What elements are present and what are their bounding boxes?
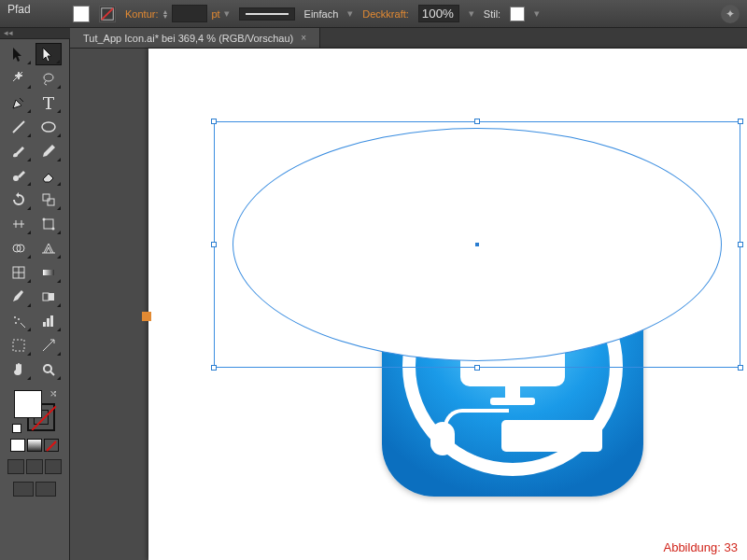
pen-tool[interactable] <box>6 91 32 114</box>
screen-mode-full[interactable] <box>35 482 56 497</box>
svg-point-16 <box>14 316 16 318</box>
shape-builder-tool[interactable] <box>6 237 32 259</box>
svg-rect-14 <box>43 293 49 301</box>
svg-point-8 <box>43 218 46 221</box>
close-tab-icon[interactable]: × <box>301 33 306 43</box>
style-label: Stil: <box>484 8 500 20</box>
selection-tool[interactable] <box>6 43 32 65</box>
svg-point-9 <box>52 228 55 231</box>
draw-behind[interactable] <box>26 459 43 474</box>
eyedropper-tool[interactable] <box>6 286 32 308</box>
default-fill-stroke-icon[interactable] <box>12 424 21 433</box>
handle-middle-left[interactable] <box>211 242 217 247</box>
svg-rect-13 <box>43 270 54 275</box>
draw-inside[interactable] <box>45 459 62 474</box>
tools-panel: ⤭ <box>0 39 70 560</box>
artboard-edge-indicator <box>142 312 151 321</box>
svg-rect-19 <box>43 322 46 327</box>
color-mode-buttons <box>0 437 69 454</box>
swap-fill-stroke-icon[interactable]: ⤭ <box>49 388 57 399</box>
stroke-weight-stepper[interactable]: ▲▼ <box>162 9 168 19</box>
scale-tool[interactable] <box>35 189 62 211</box>
stroke-unit: pt <box>211 8 219 20</box>
tools-panel-grip[interactable]: ◂◂ <box>0 28 70 39</box>
fill-swatch[interactable] <box>73 6 90 22</box>
perspective-grid-tool[interactable] <box>35 237 62 259</box>
svg-line-24 <box>50 371 54 375</box>
free-transform-tool[interactable] <box>35 213 62 235</box>
color-mode-gradient[interactable] <box>27 439 42 452</box>
draw-mode-buttons <box>0 459 69 474</box>
paintbrush-tool[interactable] <box>6 140 32 162</box>
svg-rect-22 <box>13 340 24 351</box>
color-mode-solid[interactable] <box>10 439 25 452</box>
pencil-tool[interactable] <box>35 140 62 162</box>
column-graph-tool[interactable] <box>35 310 62 332</box>
document-tab-title: Tut_App Icon.ai* bei 369,4 % (RGB/Vorsch… <box>83 33 293 44</box>
blob-brush-tool[interactable] <box>6 164 32 187</box>
variable-width-profile[interactable] <box>239 7 295 21</box>
control-bar: Kontur: ▲▼ pt ▾ Einfach ▾ Deckkraft: ▾ S… <box>0 0 747 28</box>
svg-rect-21 <box>50 315 53 327</box>
rotate-tool[interactable] <box>6 189 32 211</box>
svg-rect-20 <box>47 318 49 327</box>
selection-center-point[interactable] <box>475 243 479 246</box>
draw-normal[interactable] <box>7 459 24 474</box>
object-type-label: Pfad <box>7 3 31 16</box>
screen-mode-buttons <box>0 482 69 497</box>
gradient-tool[interactable] <box>35 261 62 284</box>
artwork-mouse <box>430 422 455 455</box>
hand-tool[interactable] <box>6 358 32 381</box>
opacity-label[interactable]: Deckkraft: <box>362 8 409 20</box>
document-tab[interactable]: Tut_App Icon.ai* bei 369,4 % (RGB/Vorsch… <box>70 28 320 48</box>
svg-rect-6 <box>48 199 54 205</box>
profile-label: Einfach <box>304 8 339 20</box>
width-tool[interactable] <box>6 213 32 235</box>
handle-bottom-right[interactable] <box>738 365 743 371</box>
svg-point-4 <box>13 175 19 181</box>
svg-line-2 <box>13 121 24 133</box>
handle-top-right[interactable] <box>738 119 743 124</box>
fill-box[interactable] <box>14 390 42 418</box>
artboard-tool[interactable] <box>6 334 32 357</box>
handle-bottom-left[interactable] <box>211 365 217 371</box>
svg-rect-7 <box>44 219 53 229</box>
canvas-area[interactable]: Abbildung: 33 <box>70 49 747 560</box>
svg-point-3 <box>42 122 55 132</box>
app-frame-icon[interactable]: ✦ <box>721 5 740 23</box>
handle-top-middle[interactable] <box>474 119 480 124</box>
handle-top-left[interactable] <box>211 119 217 124</box>
line-tool[interactable] <box>6 116 32 138</box>
direct-selection-tool[interactable] <box>35 43 62 65</box>
fill-stroke-control[interactable]: ⤭ <box>12 388 57 433</box>
blend-tool[interactable] <box>35 286 62 308</box>
screen-mode-normal[interactable] <box>13 482 34 497</box>
stroke-label[interactable]: Kontur: <box>125 8 158 20</box>
zoom-tool[interactable] <box>35 358 62 381</box>
figure-caption: Abbildung: 33 <box>663 540 738 554</box>
selection-bounding-box[interactable] <box>214 121 740 368</box>
artboard[interactable]: Abbildung: 33 <box>148 49 747 560</box>
artwork-base <box>490 398 535 405</box>
handle-middle-right[interactable] <box>738 242 743 247</box>
graphic-style-swatch[interactable] <box>510 7 525 21</box>
color-mode-none[interactable] <box>44 439 59 452</box>
slice-tool[interactable] <box>35 334 62 357</box>
artwork-keyboard <box>501 420 602 452</box>
mesh-tool[interactable] <box>6 261 32 284</box>
ellipse-tool[interactable] <box>35 116 62 138</box>
opacity-input[interactable] <box>418 5 459 22</box>
type-tool[interactable] <box>35 91 62 114</box>
svg-line-1 <box>102 7 113 19</box>
handle-bottom-middle[interactable] <box>474 365 480 371</box>
svg-point-17 <box>18 318 20 320</box>
svg-rect-5 <box>43 194 49 201</box>
magic-wand-tool[interactable] <box>6 67 32 90</box>
svg-point-18 <box>15 322 17 324</box>
symbol-sprayer-tool[interactable] <box>6 310 32 332</box>
stroke-swatch-none[interactable] <box>99 6 116 22</box>
stroke-weight-input[interactable] <box>172 5 207 22</box>
eraser-tool[interactable] <box>35 164 62 187</box>
svg-point-23 <box>44 365 51 372</box>
lasso-tool[interactable] <box>35 67 62 90</box>
